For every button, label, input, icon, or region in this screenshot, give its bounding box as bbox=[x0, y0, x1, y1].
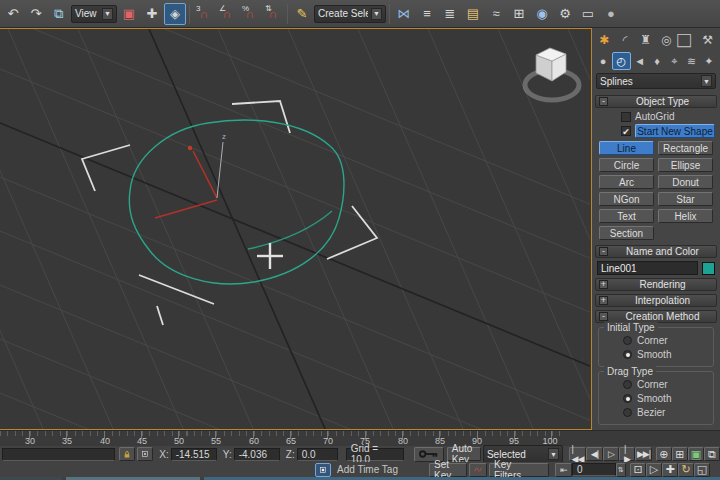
x-coordinate-field[interactable]: -14.515 bbox=[171, 448, 217, 461]
perspective-viewport[interactable]: z bbox=[0, 28, 592, 430]
percent-snap-icon[interactable]: %∩ bbox=[239, 3, 261, 25]
autogrid-checkbox[interactable] bbox=[621, 112, 631, 122]
play-button[interactable]: ▷ bbox=[603, 447, 619, 461]
status-bar-row1: X: -14.515 Y: -4.036 Z: 0.0 Grid = 10.0 … bbox=[0, 446, 720, 462]
start-new-shape-checkbox[interactable]: ✔ bbox=[621, 126, 631, 136]
select-and-move-icon[interactable]: ✚ bbox=[141, 3, 163, 25]
arc-button[interactable]: Arc bbox=[599, 175, 654, 189]
ngon-button[interactable]: NGon bbox=[599, 192, 654, 206]
graphite-ribbon-icon[interactable]: ▤ bbox=[462, 3, 484, 25]
object-name-input[interactable]: Line001 bbox=[597, 261, 698, 275]
viewcube[interactable] bbox=[525, 48, 579, 100]
window-crossing-toggle-icon[interactable] bbox=[315, 463, 331, 477]
tab-modify[interactable]: ◜ bbox=[616, 30, 635, 50]
key-filters-button[interactable]: Key Filters... bbox=[489, 463, 549, 477]
tab-create[interactable]: ✱ bbox=[595, 30, 614, 50]
collapse-icon[interactable]: - bbox=[599, 312, 608, 321]
pan-view-icon[interactable]: ✚ bbox=[662, 463, 678, 477]
spinner-snap-icon[interactable]: ⇅∩ bbox=[262, 3, 284, 25]
frame-spinner[interactable]: ⇅ bbox=[616, 463, 626, 477]
tab-motion[interactable]: ◎ bbox=[657, 30, 676, 50]
next-frame-button[interactable]: |▶ bbox=[619, 447, 635, 461]
subtab-space-warps[interactable]: ≋ bbox=[683, 52, 699, 70]
subtab-helpers[interactable]: ⌖ bbox=[666, 52, 682, 70]
mirror-icon[interactable]: ⋈ bbox=[393, 3, 415, 25]
layer-manager-icon[interactable]: ≣ bbox=[439, 3, 461, 25]
spline-line001[interactable] bbox=[129, 120, 344, 284]
current-frame-field[interactable]: 0 bbox=[572, 463, 616, 476]
angle-snap-icon[interactable]: ∠∩ bbox=[216, 3, 238, 25]
use-pivot-center-icon[interactable]: ▣ bbox=[118, 3, 140, 25]
region-zoom-icon[interactable]: ▷ bbox=[646, 463, 662, 477]
render-production-icon[interactable]: ● bbox=[600, 3, 622, 25]
rollout-name-and-color[interactable]: - Name and Color bbox=[595, 245, 717, 258]
collapse-icon[interactable]: - bbox=[599, 97, 608, 106]
new-key-curve-icon[interactable] bbox=[469, 463, 487, 477]
expand-icon[interactable]: + bbox=[599, 280, 608, 289]
tab-utilities[interactable]: ⚒ bbox=[698, 30, 717, 50]
render-setup-icon[interactable]: ⚙ bbox=[554, 3, 576, 25]
text-button[interactable]: Text bbox=[599, 209, 654, 223]
time-configuration-icon[interactable]: ⊡ bbox=[630, 463, 646, 477]
set-key-button[interactable]: Set Key bbox=[429, 463, 467, 477]
select-and-link-icon[interactable]: ⧉ bbox=[48, 3, 70, 25]
drag-type-group: Drag Type Corner Smooth Bezier bbox=[598, 371, 714, 425]
drag-type-bezier-radio[interactable] bbox=[623, 408, 632, 417]
expand-icon[interactable]: + bbox=[599, 296, 608, 305]
rollout-object-type[interactable]: - Object Type bbox=[595, 95, 717, 108]
snaps-toggle-3d-icon[interactable]: 3∩ bbox=[193, 3, 215, 25]
tab-hierarchy[interactable]: ♜ bbox=[636, 30, 655, 50]
circle-button[interactable]: Circle bbox=[599, 158, 654, 172]
tab-display[interactable]: ⃞ bbox=[678, 30, 697, 50]
subtab-lights[interactable]: ◄ bbox=[632, 52, 648, 70]
zoom-extents-icon[interactable]: ▣ bbox=[688, 447, 704, 461]
ellipse-button[interactable]: Ellipse bbox=[658, 158, 713, 172]
maximize-viewport-icon[interactable]: ◱ bbox=[694, 463, 710, 477]
add-time-tag-field[interactable]: Add Time Tag bbox=[337, 464, 407, 475]
viewport-canvas[interactable]: z bbox=[0, 29, 590, 429]
zoom-icon[interactable]: ⊕ bbox=[656, 447, 672, 461]
reference-coordinate-dropdown[interactable]: View ▼ bbox=[71, 5, 117, 23]
align-icon[interactable]: ≡ bbox=[416, 3, 438, 25]
redo-icon[interactable]: ↷ bbox=[25, 3, 47, 25]
curve-editor-icon[interactable]: ≈ bbox=[485, 3, 507, 25]
material-editor-icon[interactable]: ◉ bbox=[531, 3, 553, 25]
collapse-icon[interactable]: - bbox=[599, 247, 608, 256]
helix-button[interactable]: Helix bbox=[658, 209, 713, 223]
previous-frame-button[interactable]: ◀| bbox=[586, 447, 603, 461]
key-mode-toggle-icon[interactable]: ⇤ bbox=[555, 463, 572, 477]
absolute-offset-mode-icon[interactable] bbox=[137, 447, 153, 461]
subtab-cameras[interactable]: ♦ bbox=[649, 52, 665, 70]
schematic-view-icon[interactable]: ⊞ bbox=[508, 3, 530, 25]
start-new-shape-button[interactable]: Start New Shape bbox=[635, 124, 715, 138]
subtab-geometry[interactable]: ● bbox=[595, 52, 611, 70]
rollout-rendering[interactable]: + Rendering bbox=[595, 278, 717, 291]
z-coordinate-field[interactable]: 0.0 bbox=[297, 448, 338, 461]
go-to-start-button[interactable]: |◀◀ bbox=[569, 447, 586, 461]
rollout-interpolation[interactable]: + Interpolation bbox=[595, 294, 717, 307]
undo-icon[interactable]: ↶ bbox=[2, 3, 24, 25]
select-and-manipulate-icon[interactable]: ◈ bbox=[164, 3, 186, 25]
initial-type-corner-radio[interactable] bbox=[623, 336, 632, 345]
y-coordinate-field[interactable]: -4.036 bbox=[234, 448, 280, 461]
object-color-swatch[interactable] bbox=[702, 262, 715, 275]
edit-named-selection-sets-icon[interactable]: ✎ bbox=[291, 3, 313, 25]
selection-lock-icon[interactable] bbox=[119, 447, 135, 461]
section-button[interactable]: Section bbox=[599, 226, 654, 240]
zoom-extents-all-icon[interactable]: ⧉ bbox=[704, 447, 720, 461]
named-selection-set-dropdown[interactable]: Create Selection Se ▼ bbox=[314, 5, 386, 23]
rectangle-button[interactable]: Rectangle bbox=[658, 141, 713, 155]
line-button[interactable]: Line bbox=[599, 141, 654, 155]
initial-type-smooth-radio[interactable] bbox=[623, 350, 632, 359]
zoom-all-icon[interactable]: ⊞ bbox=[672, 447, 688, 461]
drag-type-corner-radio[interactable] bbox=[623, 380, 632, 389]
rendered-frame-window-icon[interactable]: ▭ bbox=[577, 3, 599, 25]
subtab-shapes[interactable]: ◴ bbox=[612, 52, 630, 70]
go-to-end-button[interactable]: ▶▶| bbox=[635, 447, 652, 461]
subtab-systems[interactable]: ✦ bbox=[701, 52, 717, 70]
donut-button[interactable]: Donut bbox=[658, 175, 713, 189]
shape-category-dropdown[interactable]: Splines ▼ bbox=[596, 73, 716, 89]
drag-type-smooth-radio[interactable] bbox=[623, 394, 632, 403]
orbit-icon[interactable]: ↻ bbox=[678, 463, 694, 477]
star-button[interactable]: Star bbox=[658, 192, 713, 206]
